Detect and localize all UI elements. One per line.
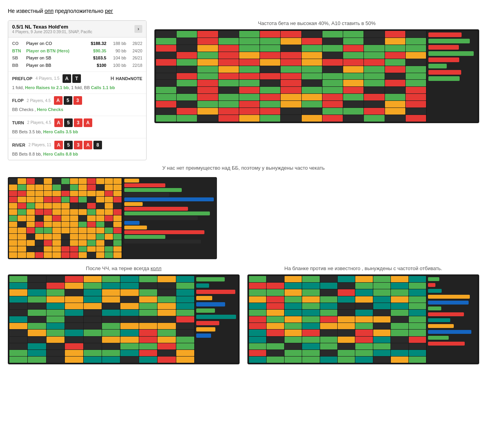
grid-cell: [285, 296, 302, 303]
grid-cell: [61, 234, 70, 240]
heatmap-cell: [218, 66, 239, 73]
grid-cell: [320, 343, 337, 349]
grid-cell: [18, 209, 26, 215]
grid-cell: [105, 222, 113, 228]
grid-cell: [105, 215, 113, 221]
grid-cell: [158, 303, 175, 309]
stat-bar: [428, 76, 460, 81]
stat-bar: [428, 306, 441, 310]
grid-cell: [355, 330, 372, 336]
grid-cell: [61, 228, 70, 233]
grid-cell: [373, 316, 390, 323]
grid-cell: [87, 209, 95, 215]
grid-cell: [105, 203, 113, 209]
grid-cell: [139, 343, 157, 349]
grid-cell: [44, 252, 52, 258]
heatmap-cell: [281, 52, 301, 59]
grid-cell: [70, 185, 78, 190]
grid-cell: [102, 330, 120, 336]
grid-cell: [28, 343, 46, 349]
grid-cell: [120, 357, 138, 363]
grid-cell: [355, 283, 372, 289]
grid-cell: [338, 283, 355, 289]
table-row: SB Player on SB $103.5 104 bb 26/21: [12, 54, 142, 62]
heatmap-cell: [197, 108, 218, 115]
grid-cell: [9, 252, 17, 258]
grid-cell: [9, 343, 27, 349]
grid-cell: [409, 276, 426, 282]
grid-cell: [102, 303, 120, 309]
grid-cell: [52, 191, 61, 197]
grid-cell: [105, 240, 113, 246]
grid-cell: [320, 330, 337, 336]
grid-cell: [18, 215, 26, 221]
grid-cell: [249, 310, 266, 316]
hero-card-a: A: [63, 74, 71, 83]
grid-cell: [285, 316, 302, 323]
grid-cell: [139, 289, 157, 296]
grid-cell: [373, 283, 390, 289]
grid-cell: [9, 316, 27, 323]
grid-cell: [96, 209, 104, 215]
heatmap-cell: [197, 45, 218, 52]
grid-cell: [52, 252, 61, 258]
grid-cell: [79, 197, 87, 202]
turn-header: TURN 2 Players, 4.5 A 5 3 A: [12, 118, 142, 127]
grid-cell: [79, 234, 87, 240]
stat-bar: [124, 202, 142, 206]
heatmap-cell: [156, 66, 176, 73]
stat-bar: [196, 302, 225, 306]
stat-bar: [196, 296, 212, 300]
player-amount: $90.35: [85, 47, 106, 55]
heatmap-cell: [218, 94, 239, 100]
grid-cell: [139, 296, 157, 303]
grid-cell: [338, 316, 355, 323]
next-hand-button[interactable]: ›: [134, 25, 142, 33]
grid-cell: [61, 185, 70, 190]
grid-cell: [338, 303, 355, 309]
river-section: RIVER 2 Players, 11 A 5 3 A 8 BB Bets 8.…: [8, 138, 146, 160]
grid-cell: [84, 343, 102, 349]
grid-cell: [338, 350, 355, 356]
grid-cell: [373, 289, 390, 296]
heatmap-cell: [406, 52, 426, 59]
heatmap-cell: [406, 94, 426, 100]
grid-cell: [373, 296, 390, 303]
heatmap-cell: [406, 115, 426, 122]
stat-bar: [196, 327, 215, 332]
grid-cell: [87, 252, 95, 258]
grid-cell: [391, 323, 408, 329]
grid-cell: [391, 303, 408, 309]
players-table: CO Player on CO $188.32 188 bb 28/22 BTN…: [8, 38, 146, 72]
grid-cell: [61, 246, 70, 252]
grid-cell: [65, 357, 83, 363]
stat-bar: [428, 64, 447, 68]
br-grid: [249, 276, 426, 363]
grid-cell: [338, 296, 355, 303]
heatmap-cell: [197, 31, 218, 38]
grid-cell: [158, 330, 175, 336]
grid-cell: [102, 289, 120, 296]
grid-cell: [9, 246, 17, 252]
grid-cell: [355, 350, 372, 356]
stat-bar: [124, 240, 201, 244]
heatmap-cell: [218, 38, 239, 45]
grid-cell: [47, 296, 64, 303]
grid-cell: [52, 228, 61, 233]
grid-cell: [249, 289, 266, 296]
hand-history-card: 0.5/1 NL Texas Hold'em 4 Players, 9 June…: [8, 20, 147, 160]
grid-cell: [302, 276, 319, 282]
grid-cell: [28, 316, 46, 323]
player-name: Player on BTN (Hero): [26, 47, 82, 55]
grid-cell: [28, 357, 46, 363]
heatmap-cell: [385, 115, 405, 122]
heatmap-cell: [385, 38, 405, 45]
grid-cell: [391, 330, 408, 336]
heatmap-cell: [406, 101, 426, 108]
heatmap-cell: [322, 66, 343, 73]
grid-cell: [320, 357, 337, 363]
grid-cell: [102, 310, 120, 316]
grid-cell: [61, 222, 70, 228]
grid-cell: [9, 330, 27, 336]
grid-cell: [18, 240, 26, 246]
